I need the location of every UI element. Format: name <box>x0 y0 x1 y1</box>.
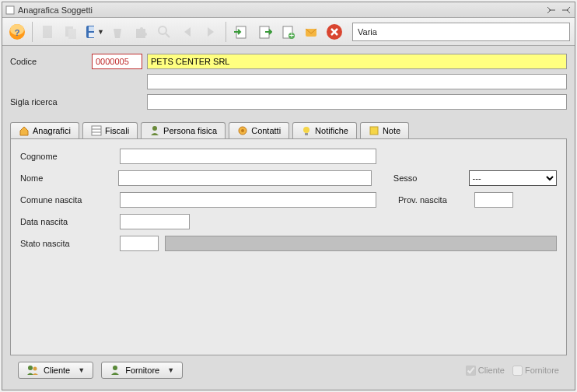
tab-label: Persona fisica <box>163 126 217 135</box>
nome-input[interactable] <box>118 170 372 186</box>
svg-point-24 <box>241 129 244 132</box>
user-icon <box>110 365 121 376</box>
grid-icon <box>91 125 102 136</box>
status-field[interactable] <box>352 23 570 41</box>
tab-persona-fisica[interactable]: Persona fisica <box>141 122 226 138</box>
puzzle-button[interactable] <box>131 22 151 42</box>
tab-note[interactable]: Note <box>360 122 409 138</box>
tab-label: Contatti <box>251 126 281 135</box>
cognome-label: Cognome <box>20 152 114 161</box>
titlebar: Anagrafica Soggetti <box>2 2 575 18</box>
codice-label: Codice <box>10 57 92 66</box>
fornitore-chk-label: Fornitore <box>525 366 559 375</box>
prov-label: Prov. nascita <box>398 195 468 205</box>
chevron-down-icon: ▼ <box>78 366 85 374</box>
cliente-label: Cliente <box>44 366 70 375</box>
fornitore-checkbox-input <box>512 366 523 376</box>
tab-notifiche[interactable]: Notifiche <box>292 122 357 138</box>
cognome-input[interactable] <box>120 149 376 164</box>
svg-rect-26 <box>305 133 308 135</box>
new-button[interactable] <box>37 22 58 42</box>
cliente-chk-label: Cliente <box>478 366 505 375</box>
secondary-name-input[interactable] <box>147 74 567 89</box>
svg-rect-27 <box>370 127 378 135</box>
app-icon <box>5 5 15 15</box>
svg-rect-8 <box>89 26 94 31</box>
note-icon <box>369 125 379 136</box>
svg-rect-9 <box>89 33 94 37</box>
svg-rect-4 <box>43 26 52 38</box>
toolbar: ? ▼ + <box>2 18 575 46</box>
sigla-input[interactable] <box>147 94 567 110</box>
fornitore-dropdown[interactable]: Fornitore ▼ <box>101 362 183 379</box>
stato-code-input[interactable] <box>120 236 159 251</box>
mail-button[interactable] <box>301 22 321 42</box>
chevron-down-icon: ▼ <box>97 28 104 36</box>
bulb-icon <box>301 125 312 136</box>
svg-point-22 <box>152 126 157 131</box>
tab-label: Note <box>383 126 400 135</box>
add-doc-button[interactable]: + <box>278 22 298 42</box>
search-button[interactable] <box>154 22 174 42</box>
svg-text:?: ? <box>15 28 20 37</box>
content-area: Codice Sigla ricerca Anagrafici Fiscali <box>2 46 575 390</box>
svg-point-29 <box>33 367 37 371</box>
prov-input[interactable] <box>474 192 513 208</box>
tab-fiscali[interactable]: Fiscali <box>82 122 138 138</box>
delete-button[interactable] <box>107 22 128 42</box>
sesso-label: Sesso <box>393 173 463 183</box>
codice-input[interactable] <box>92 54 142 69</box>
window-title: Anagrafica Soggetti <box>18 5 544 15</box>
tab-bar: Anagrafici Fiscali Persona fisica Contat… <box>10 122 567 138</box>
tab-label: Fiscali <box>105 126 129 135</box>
help-button[interactable]: ? <box>7 22 27 42</box>
fornitore-checkbox: Fornitore <box>512 366 559 376</box>
window: Anagrafica Soggetti ? ▼ + Codice <box>2 2 575 390</box>
name-input[interactable] <box>147 54 567 69</box>
close-button[interactable] <box>324 22 344 42</box>
users-icon <box>26 365 39 376</box>
comune-label: Comune nascita <box>20 195 114 205</box>
svg-line-11 <box>166 33 170 37</box>
next-button[interactable] <box>201 22 221 42</box>
cliente-dropdown[interactable]: Cliente ▼ <box>18 362 93 379</box>
svg-text:+: + <box>289 30 294 40</box>
tab-contatti[interactable]: Contatti <box>229 122 289 138</box>
person-icon <box>149 125 160 136</box>
tab-panel-persona-fisica: Cognome Nome Sesso --- Comune nascita Pr… <box>10 138 567 355</box>
tab-anagrafici[interactable]: Anagrafici <box>10 122 79 138</box>
stato-label: Stato nascita <box>20 239 114 248</box>
chevron-down-icon: ▼ <box>167 366 174 374</box>
sesso-select[interactable]: --- <box>469 170 557 186</box>
footer: Cliente ▼ Fornitore ▼ Cliente Fornitore <box>10 355 567 385</box>
copy-button[interactable] <box>61 22 81 42</box>
svg-point-28 <box>28 366 33 370</box>
svg-rect-19 <box>92 126 101 135</box>
tab-label: Notifiche <box>315 126 348 135</box>
data-nascita-input[interactable] <box>120 214 190 229</box>
import-button[interactable] <box>231 22 251 42</box>
data-nascita-label: Data nascita <box>20 217 114 226</box>
svg-point-30 <box>113 366 117 370</box>
sigla-label: Sigla ricerca <box>10 97 92 107</box>
fornitore-label: Fornitore <box>125 366 159 375</box>
comune-input[interactable] <box>120 192 376 208</box>
svg-rect-6 <box>68 29 76 39</box>
maximize-icon[interactable] <box>561 4 572 15</box>
tab-label: Anagrafici <box>33 126 71 135</box>
svg-point-25 <box>303 127 309 133</box>
export-button[interactable] <box>254 22 275 42</box>
stato-desc-field <box>165 236 557 251</box>
save-button[interactable]: ▼ <box>84 22 104 42</box>
prev-button[interactable] <box>177 22 198 42</box>
nome-label: Nome <box>20 173 112 183</box>
window-buttons <box>544 4 572 16</box>
home-icon <box>19 125 30 136</box>
svg-rect-0 <box>6 6 14 14</box>
cliente-checkbox: Cliente <box>466 366 505 376</box>
svg-point-10 <box>159 26 166 34</box>
target-icon <box>237 125 248 136</box>
cliente-checkbox-input <box>466 366 476 376</box>
restore-icon[interactable] <box>546 4 557 15</box>
